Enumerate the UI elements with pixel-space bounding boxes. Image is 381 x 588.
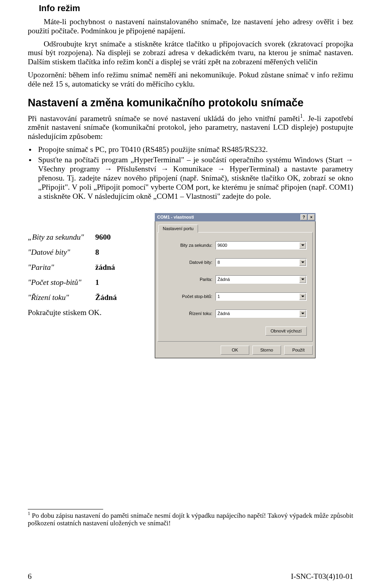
tab-panel: Bity za sekundu: 9600 Datové bity: 8 Par… <box>158 232 313 342</box>
select-value: 8 <box>217 260 220 265</box>
stopbits-select[interactable]: 1 <box>216 292 307 301</box>
setting-label: "Parita" <box>28 263 95 272</box>
heading-info-rezim: Info režim <box>39 3 353 13</box>
field-label: Řízení toku: <box>189 311 212 316</box>
parity-select[interactable]: Žádná <box>216 275 307 284</box>
select-value: Žádná <box>217 311 230 316</box>
field-label: Počet stop-bitů: <box>182 294 212 299</box>
footnote-ref: 1 <box>300 113 303 119</box>
page-number: 6 <box>28 572 32 581</box>
apply-button[interactable]: Použít <box>284 346 313 355</box>
document-code: I-SNC-T03(4)10-01 <box>291 572 353 581</box>
chevron-down-icon[interactable] <box>299 310 306 317</box>
setting-value: 9600 <box>95 233 111 242</box>
dialog-title: COM1 - vlastnosti <box>157 215 194 219</box>
footnote-text: Po dobu zápisu nastavení do paměti sníma… <box>28 511 353 527</box>
list-item: Spusťte na počítači program „HyperTermin… <box>28 156 353 201</box>
restore-defaults-button[interactable]: Obnovit výchozí <box>266 327 307 336</box>
tab-port-settings[interactable]: Nastavení portu <box>158 225 198 233</box>
heading-nastaveni: Nastavení a změna komunikačního protokol… <box>28 97 353 109</box>
bullet-list: Propojte snímač s PC, pro T0410 (RS485) … <box>28 145 353 201</box>
settings-values: „Bity za sekundu"9600 "Datové bity"8 "Pa… <box>28 233 155 317</box>
dialog-titlebar: COM1 - vlastnosti ? × <box>155 213 316 221</box>
setting-value: žádná <box>95 263 115 272</box>
continue-text: Pokračujte stiskem OK. <box>28 308 155 317</box>
text: Při nastavování parametrů snímače se nov… <box>28 114 300 122</box>
list-item: Propojte snímač s PC, pro T0410 (RS485) … <box>28 145 353 154</box>
close-icon[interactable]: × <box>308 214 315 220</box>
page-footer: 6 I-SNC-T03(4)10-01 <box>28 572 353 581</box>
footnote: 1 Po dobu zápisu nastavení do paměti sní… <box>28 511 353 527</box>
paragraph: Odšroubujte kryt snímače a stiskněte krá… <box>28 40 353 67</box>
setting-value: 8 <box>95 248 99 257</box>
select-value: Žádná <box>217 277 230 282</box>
chevron-down-icon[interactable] <box>299 259 306 266</box>
paragraph: Upozornění: během info režimu snímač nem… <box>28 71 353 89</box>
cancel-button[interactable]: Storno <box>252 346 281 355</box>
databits-select[interactable]: 8 <box>216 258 307 267</box>
field-label: Datové bity: <box>189 260 212 265</box>
paragraph: Máte-li pochybnost o nastavení nainstalo… <box>28 17 353 36</box>
chevron-down-icon[interactable] <box>299 276 306 283</box>
setting-value: Žádná <box>95 293 117 302</box>
com1-properties-dialog: COM1 - vlastnosti ? × Nastavení portu Bi… <box>155 213 316 358</box>
help-icon[interactable]: ? <box>300 214 307 220</box>
setting-label: "Řízení toku" <box>28 293 95 302</box>
select-value: 9600 <box>217 243 227 248</box>
select-value: 1 <box>217 294 220 299</box>
baud-select[interactable]: 9600 <box>216 241 307 250</box>
field-label: Bity za sekundu: <box>180 243 212 248</box>
paragraph: Při nastavování parametrů snímače se nov… <box>28 113 353 141</box>
setting-label: "Datové bity" <box>28 248 95 257</box>
setting-label: „Bity za sekundu" <box>28 233 95 242</box>
flowcontrol-select[interactable]: Žádná <box>216 309 307 318</box>
setting-label: "Počet stop-bitů" <box>28 278 95 287</box>
setting-value: 1 <box>95 278 99 287</box>
chevron-down-icon[interactable] <box>299 293 306 300</box>
ok-button[interactable]: OK <box>221 346 249 355</box>
footnote-separator <box>28 509 103 509</box>
field-label: Parita: <box>200 277 212 282</box>
chevron-down-icon[interactable] <box>299 242 306 249</box>
